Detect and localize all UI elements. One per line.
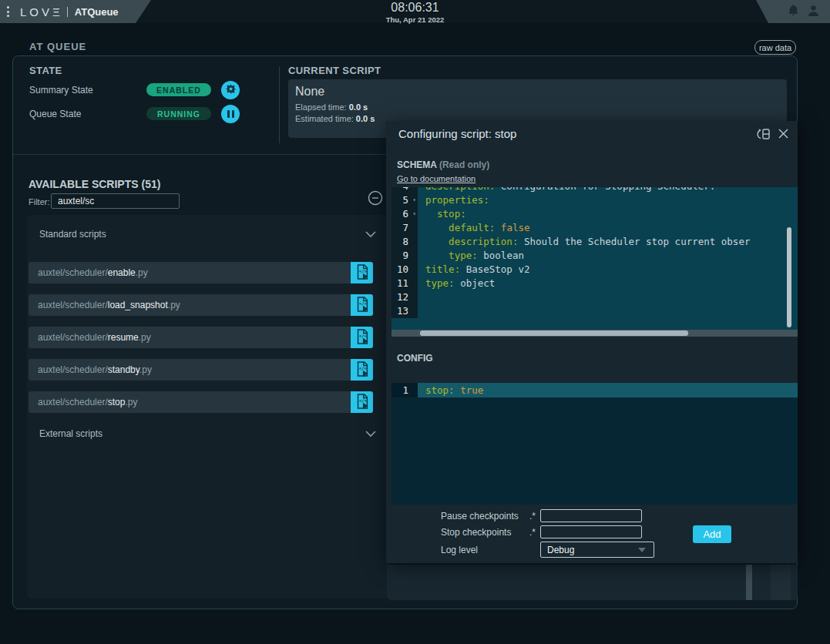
script-row[interactable]: auxtel/scheduler/standby.py</>	[29, 359, 373, 381]
launch-script-button[interactable]: </>	[351, 327, 373, 348]
background-panel	[387, 565, 798, 600]
log-level-select[interactable]: Debug	[540, 542, 654, 558]
script-path: auxtel/scheduler/enable.py	[29, 267, 148, 278]
close-modal-button[interactable]	[777, 128, 790, 141]
page-title: AT QUEUE	[29, 41, 86, 52]
estimated-time: Estimated time: 0.0 s	[295, 114, 375, 123]
close-icon	[778, 130, 789, 142]
launch-script-button[interactable]: </>	[351, 391, 373, 413]
standard-scripts-header[interactable]: Standard scripts	[39, 228, 377, 240]
clock: 08:06:31 Thu, Apr 21 2022	[0, 2, 830, 24]
launch-script-button[interactable]: </>	[351, 359, 373, 381]
current-script-section-title: CURRENT SCRIPT	[288, 65, 381, 76]
code-line: 12	[391, 290, 798, 304]
scripts-container: Standard scripts auxtel/scheduler/enable…	[27, 215, 389, 599]
pause-checkpoints-label: Pause checkpoints.*	[441, 511, 536, 522]
queue-state-badge: RUNNING	[146, 107, 211, 120]
clock-time: 08:06:31	[0, 2, 830, 14]
log-level-row: Log level Debug	[441, 542, 695, 558]
topbar: LOVΞ ATQueue 08:06:31 Thu, Apr 21 2022	[0, 0, 830, 23]
code-line: 6▾ stop:	[391, 207, 798, 221]
notifications-bell-icon[interactable]	[787, 4, 800, 20]
code-line: 10title: BaseStop v2	[391, 263, 798, 277]
summary-state-label: Summary State	[29, 85, 93, 96]
standard-scripts-label: Standard scripts	[39, 229, 106, 240]
launch-script-icon: </>	[355, 328, 370, 347]
svg-text:</>: </>	[358, 333, 367, 337]
config-section-title: CONFIG	[397, 353, 433, 364]
code-line: 11type: object	[391, 277, 798, 290]
launch-script-icon: </>	[355, 393, 370, 412]
current-script-name: None	[295, 85, 324, 99]
script-row[interactable]: auxtel/scheduler/load_snapshot.py</>	[29, 294, 373, 316]
clock-date: Thu, Apr 21 2022	[0, 16, 830, 24]
stop-checkpoints-row: Stop checkpoints.*	[441, 525, 695, 538]
pause-checkpoints-input[interactable]	[540, 509, 642, 522]
code-line: 13	[391, 304, 798, 318]
dock-panel-button[interactable]	[757, 128, 771, 141]
chevron-down-icon	[365, 427, 377, 441]
screen: LOVΞ ATQueue 08:06:31 Thu, Apr 21 2022 A…	[0, 0, 830, 644]
script-row[interactable]: auxtel/scheduler/enable.py</>	[29, 262, 373, 283]
launch-script-icon: </>	[355, 296, 370, 315]
script-row[interactable]: auxtel/scheduler/stop.py</>	[29, 391, 373, 413]
script-path: auxtel/scheduler/stop.py	[29, 397, 137, 408]
svg-text:</>: </>	[358, 300, 367, 305]
schema-vertical-scrollbar[interactable]	[787, 227, 791, 327]
filter-label: Filter:	[29, 197, 50, 206]
script-row[interactable]: auxtel/scheduler/resume.py</>	[29, 327, 373, 348]
documentation-link[interactable]: Go to documentation	[397, 174, 475, 183]
filter-input[interactable]	[51, 193, 180, 209]
code-line: 5▾properties:	[391, 193, 798, 207]
state-current-divider	[279, 66, 280, 143]
gear-icon	[225, 83, 237, 97]
code-line: 7 default: false	[391, 221, 798, 235]
configure-script-modal: Configuring script: stop SCHEMA (Read on…	[386, 121, 798, 563]
svg-text:</>: </>	[358, 397, 367, 402]
topbar-right-tab	[756, 0, 830, 23]
code-line: 1stop: true	[391, 383, 798, 397]
external-scripts-label: External scripts	[39, 428, 102, 439]
launch-script-icon: </>	[355, 361, 370, 380]
code-line: 8 description: Should the Scheduler stop…	[391, 235, 798, 249]
pause-checkpoints-row: Pause checkpoints.*	[441, 509, 695, 522]
background-panel-edge	[771, 565, 791, 600]
svg-text:</>: </>	[358, 268, 367, 273]
code-line: 4description: Configuration for Stopping…	[391, 187, 798, 193]
user-account-icon[interactable]	[807, 4, 820, 20]
schema-horizontal-scrollbar[interactable]	[391, 330, 798, 337]
script-path: auxtel/scheduler/load_snapshot.py	[29, 300, 180, 310]
elapsed-time: Elapsed time: 0.0 s	[295, 102, 368, 112]
stop-checkpoints-label: Stop checkpoints.*	[441, 527, 536, 538]
circle-minus-icon	[368, 196, 383, 208]
external-scripts-header[interactable]: External scripts	[39, 428, 377, 440]
launch-script-button[interactable]: </>	[351, 262, 373, 283]
chevron-down-icon	[365, 227, 377, 241]
code-line: 9 type: boolean	[391, 249, 798, 263]
script-path: auxtel/scheduler/resume.py	[29, 332, 151, 343]
add-script-button[interactable]: Add	[693, 525, 731, 543]
config-editor[interactable]: 1stop: true	[391, 383, 798, 505]
select-caret-icon	[638, 548, 646, 552]
available-scripts-title: AVAILABLE SCRIPTS (51)	[29, 178, 160, 190]
launch-script-button[interactable]: </>	[351, 294, 373, 316]
schema-section-title: SCHEMA (Read only)	[397, 159, 489, 170]
schema-editor[interactable]: 4description: Configuration for Stopping…	[391, 187, 798, 330]
background-scrollbar[interactable]	[746, 565, 752, 600]
state-section-title: STATE	[29, 65, 62, 76]
modal-title: Configuring script: stop	[398, 127, 516, 140]
summary-state-badge: ENABLED	[146, 83, 211, 96]
stop-checkpoints-input[interactable]	[540, 525, 642, 538]
collapse-panel-button[interactable]	[368, 190, 383, 206]
launch-script-icon: </>	[355, 263, 370, 283]
pause-icon	[227, 110, 234, 118]
raw-data-button[interactable]: raw data	[754, 40, 796, 55]
queue-state-label: Queue State	[29, 109, 81, 119]
summary-state-settings-button[interactable]	[221, 81, 240, 99]
script-path: auxtel/scheduler/standby.py	[29, 364, 152, 375]
queue-pause-button[interactable]	[221, 105, 240, 123]
dock-move-icon	[757, 132, 771, 143]
svg-text:</>: </>	[358, 365, 367, 370]
log-level-label: Log level	[441, 545, 536, 555]
